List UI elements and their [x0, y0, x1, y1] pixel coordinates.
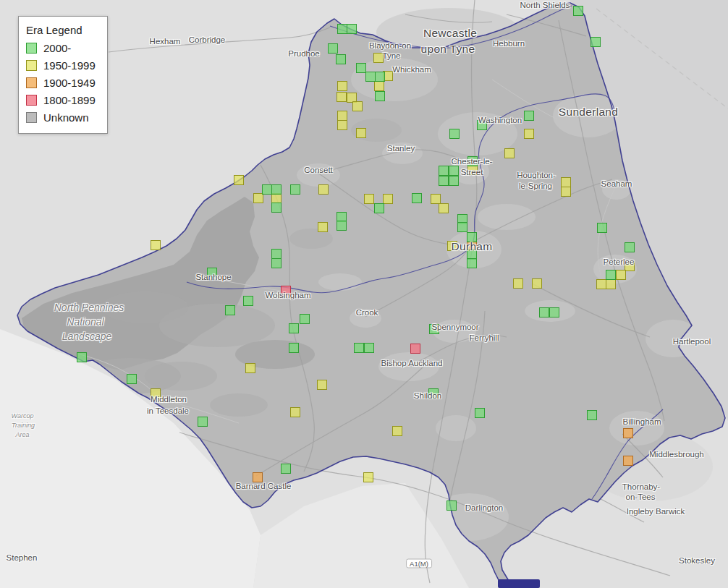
place-label: Hartlepool [673, 337, 711, 346]
legend-item-1950: 1950-1999 [26, 59, 96, 72]
place-label: Sunderland [559, 106, 618, 119]
legend-title: Era Legend [26, 24, 96, 36]
legend-item-1900: 1900-1949 [26, 77, 96, 89]
legend-swatch-unknown [26, 112, 37, 123]
place-label: Houghton- [517, 171, 556, 179]
legend-items: 2000-1950-19991900-19491800-1899Unknown [26, 42, 96, 124]
place-label: Tyne [383, 51, 401, 60]
place-label: Spennymoor [431, 323, 478, 331]
place-label: Training [12, 422, 35, 429]
place-label: Stokesley [679, 556, 715, 565]
place-label: Stanley [387, 144, 415, 153]
road-label: A1(M) [406, 559, 432, 568]
place-label: National [67, 316, 103, 328]
place-label: Whickham [392, 65, 431, 74]
place-label: Ingleby Barwick [627, 507, 685, 516]
place-label: in Teesdale [147, 406, 189, 415]
place-label: Middlesbrough [649, 450, 703, 459]
place-label: Newcastle [423, 27, 477, 40]
place-label: Consett [304, 166, 333, 174]
place-label: Stanhope [195, 273, 231, 281]
place-label: Peterlee [604, 257, 635, 266]
place-label: Seaham [601, 179, 632, 188]
place-label: Billingham [622, 417, 661, 426]
legend-item-label: 1950-1999 [43, 59, 96, 72]
legend-swatch-2000 [26, 43, 37, 54]
place-label: Blaydon-on [369, 41, 411, 50]
place-label: Warcop [12, 412, 34, 419]
place-label: Bishop Auckland [381, 359, 442, 367]
place-label: Durham [452, 240, 493, 253]
place-label: Ferryhill [470, 333, 499, 342]
legend-item-1800: 1800-1899 [26, 94, 96, 106]
era-legend: Era Legend 2000-1950-19991900-19491800-1… [18, 16, 108, 134]
place-label: Area [15, 431, 29, 438]
label-layer: North ShieldsHexhamCorbridgePrudhoeNewca… [0, 0, 728, 588]
place-label: on-Tees [626, 493, 656, 501]
place-label: Shildon [414, 391, 441, 400]
place-label: North Shields [520, 1, 570, 9]
place-label: Corbridge [189, 35, 226, 44]
place-label: Thornaby- [622, 482, 660, 491]
place-label: Darlington [465, 503, 503, 512]
place-label: North Pennines [54, 302, 124, 313]
legend-item-label: 1900-1949 [43, 77, 96, 89]
legend-item-2000: 2000- [26, 42, 96, 54]
place-label: Hebburn [493, 39, 525, 48]
map-canvas[interactable]: North ShieldsHexhamCorbridgePrudhoeNewca… [0, 0, 728, 588]
place-label: Landscape [62, 331, 112, 342]
place-label: Hexham [150, 37, 181, 46]
legend-item-label: Unknown [43, 111, 89, 124]
place-label: Prudhoe [288, 49, 319, 58]
place-label: Chester-le- [452, 157, 493, 166]
legend-item-label: 1800-1899 [43, 94, 96, 106]
place-label: Wolsingham [265, 291, 310, 299]
place-label: Stephen [7, 553, 38, 562]
place-label: Crook [356, 308, 378, 317]
place-label: Barnard Castle [236, 482, 292, 490]
legend-swatch-1950 [26, 60, 37, 71]
place-label: le-Spring [519, 182, 552, 190]
place-label: upon Tyne [421, 43, 475, 56]
place-label: Middleton [151, 395, 187, 404]
legend-item-label: 2000- [43, 42, 71, 54]
legend-swatch-1800 [26, 95, 37, 106]
legend-swatch-1900 [26, 77, 37, 88]
place-label: Street [461, 168, 483, 176]
place-label: Washington [478, 116, 522, 124]
legend-item-unknown: Unknown [26, 111, 96, 124]
